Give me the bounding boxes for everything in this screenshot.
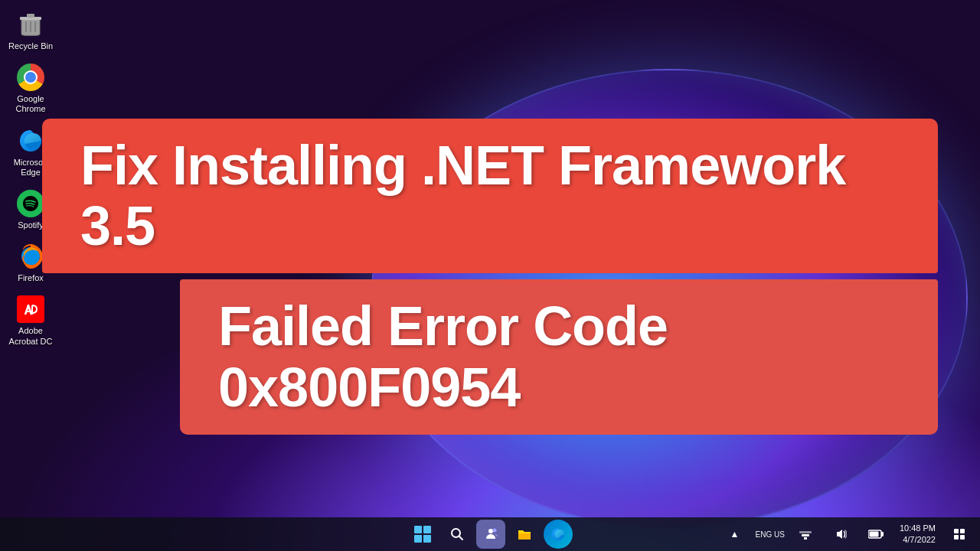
banner-line1: Fix Installing .NET Framework 3.5	[80, 135, 900, 256]
windows-logo-icon	[414, 526, 431, 543]
recycle-bin-label: Recycle Bin	[8, 41, 53, 51]
edge-taskbar-button[interactable]	[544, 520, 573, 549]
svg-point-12	[493, 529, 497, 533]
banner-top: Fix Installing .NET Framework 3.5	[42, 119, 938, 273]
chrome-icon	[17, 64, 44, 91]
battery-icon[interactable]	[861, 520, 890, 549]
clock-time: 10:48 PM	[900, 523, 936, 534]
teams-button[interactable]	[476, 520, 505, 549]
adobe-acrobat-icon	[17, 295, 44, 323]
recycle-bin-icon	[17, 11, 44, 38]
svg-line-10	[459, 536, 463, 540]
show-hidden-icons-button[interactable]: ▲	[720, 520, 750, 549]
taskbar-right: ▲ ENG US	[720, 520, 974, 549]
chrome-label: Google Chrome	[6, 94, 55, 114]
svg-rect-18	[869, 532, 878, 537]
firefox-label: Firefox	[18, 273, 44, 283]
file-explorer-button[interactable]	[510, 520, 539, 549]
desktop-icon-recycle-bin[interactable]: Recycle Bin	[3, 6, 58, 56]
banner-line2: Failed Error Code 0x800F0954	[218, 296, 900, 417]
svg-rect-19	[954, 529, 959, 533]
firefox-icon	[17, 243, 44, 270]
start-button[interactable]	[407, 519, 438, 549]
desktop-icon-chrome[interactable]: Google Chrome	[3, 59, 58, 119]
svg-rect-22	[960, 535, 965, 540]
svg-rect-20	[960, 529, 965, 533]
banner-bottom: Failed Error Code 0x800F0954	[180, 279, 938, 434]
language-indicator[interactable]: ENG US	[756, 530, 785, 540]
svg-rect-2	[27, 14, 34, 18]
system-clock[interactable]: 10:48 PM 4/7/2022	[897, 523, 939, 546]
spotify-icon	[17, 190, 44, 217]
clock-date: 4/7/2022	[903, 534, 936, 546]
banner-container: Fix Installing .NET Framework 3.5 Failed…	[42, 119, 938, 435]
svg-rect-14	[802, 534, 809, 536]
svg-point-11	[488, 529, 493, 533]
svg-rect-13	[804, 537, 807, 540]
svg-rect-17	[881, 532, 884, 536]
sound-icon[interactable]	[826, 520, 855, 549]
edge-icon	[17, 127, 44, 155]
spotify-label: Spotify	[18, 220, 44, 230]
network-icon[interactable]	[791, 520, 820, 549]
svg-rect-7	[19, 298, 42, 321]
svg-rect-21	[954, 535, 959, 540]
notification-center-button[interactable]	[945, 520, 974, 549]
taskbar: ▲ ENG US	[0, 517, 980, 551]
search-button[interactable]	[443, 520, 472, 549]
svg-rect-15	[799, 531, 812, 533]
taskbar-center	[407, 519, 573, 549]
chevron-up-icon: ▲	[730, 529, 740, 540]
